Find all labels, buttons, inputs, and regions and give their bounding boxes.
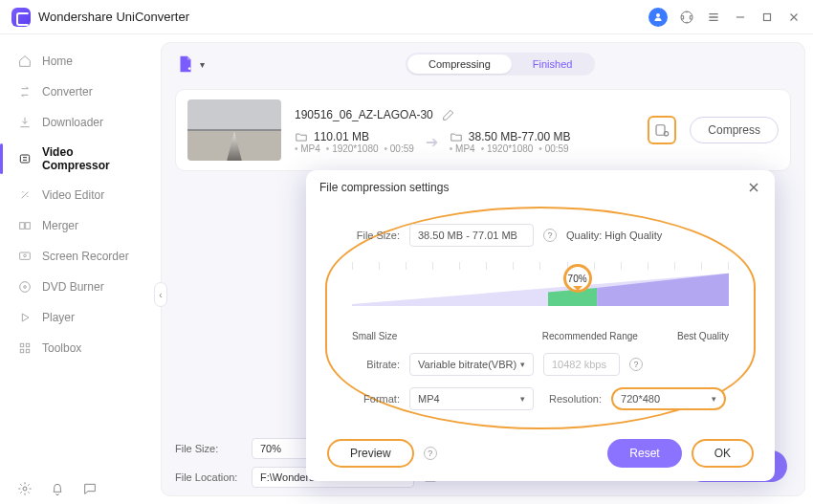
sidebar-item-label: Screen Recorder xyxy=(42,250,129,263)
add-file-icon xyxy=(175,54,196,75)
sidebar-item-label: Home xyxy=(42,55,73,68)
help-icon[interactable]: ? xyxy=(543,229,557,242)
svg-rect-11 xyxy=(20,349,23,352)
compress-button[interactable]: Compress xyxy=(690,117,779,143)
svg-rect-9 xyxy=(20,343,23,346)
folder-icon xyxy=(295,130,308,143)
settings-icon[interactable] xyxy=(17,481,33,496)
minimize-button[interactable] xyxy=(733,10,748,25)
sidebar-item-dvd-burner[interactable]: DVD Burner xyxy=(0,272,159,302)
merger-icon xyxy=(17,218,33,233)
svg-point-0 xyxy=(681,11,692,23)
bitrate-input[interactable]: 10482 kbps xyxy=(543,353,620,376)
svg-point-8 xyxy=(24,286,27,289)
file-card: 190516_06_AZ-LAGOA-30 110.01 MB MP41920*… xyxy=(175,89,791,171)
player-icon xyxy=(17,310,33,325)
target-res: 1920*1080 xyxy=(481,143,534,154)
close-icon[interactable] xyxy=(746,180,761,195)
svg-rect-5 xyxy=(20,252,31,259)
target-size: 38.50 MB-77.00 MB xyxy=(469,130,571,143)
bitrate-select[interactable]: Variable bitrate(VBR)▾ xyxy=(409,353,534,376)
notifications-icon[interactable] xyxy=(50,481,65,496)
quality-label: Quality: High Quality xyxy=(566,230,662,241)
compressor-icon xyxy=(17,151,33,166)
feedback-icon[interactable] xyxy=(82,481,98,496)
sidebar: Home Converter Downloader Video Compress… xyxy=(0,34,159,504)
sidebar-item-label: Video Editor xyxy=(42,188,104,202)
source-format: MP4 xyxy=(295,143,320,154)
source-dur: 00:59 xyxy=(385,143,414,154)
recorder-icon xyxy=(17,249,33,264)
reset-button[interactable]: Reset xyxy=(607,439,681,468)
sidebar-item-downloader[interactable]: Downloader xyxy=(0,107,159,138)
sidebar-item-label: DVD Burner xyxy=(42,280,104,294)
sidebar-item-merger[interactable]: Merger xyxy=(0,210,159,241)
sidebar-item-label: Player xyxy=(42,311,75,324)
sidebar-item-label: Merger xyxy=(42,219,78,232)
video-thumbnail[interactable] xyxy=(187,99,281,161)
sidebar-item-video-editor[interactable]: Video Editor xyxy=(0,180,159,210)
svg-point-13 xyxy=(23,487,27,491)
svg-rect-10 xyxy=(26,343,29,346)
sidebar-item-label: Downloader xyxy=(42,116,103,129)
svg-rect-2 xyxy=(20,155,29,163)
svg-point-7 xyxy=(20,282,31,293)
svg-rect-3 xyxy=(20,223,25,230)
slider-label-recommended: Recommended Range xyxy=(542,331,638,341)
format-select[interactable]: MP4▾ xyxy=(409,387,534,410)
editor-icon xyxy=(17,187,33,203)
help-icon[interactable]: ? xyxy=(424,447,437,460)
sidebar-item-converter[interactable]: Converter xyxy=(0,77,159,107)
dvd-icon xyxy=(17,279,33,295)
tab-compressing[interactable]: Compressing xyxy=(407,55,512,74)
titlebar: Wondershare UniConverter xyxy=(0,0,813,34)
file-name: 190516_06_AZ-LAGOA-30 xyxy=(295,108,433,121)
target-format: MP4 xyxy=(450,143,475,154)
size-slider[interactable]: 70% xyxy=(352,262,729,319)
chevron-down-icon: ▾ xyxy=(200,59,205,70)
ok-button[interactable]: OK xyxy=(692,439,754,468)
sidebar-item-label: Toolbox xyxy=(42,341,81,355)
sidebar-item-label: Video Compressor xyxy=(42,145,142,172)
slider-label-small: Small Size xyxy=(352,331,397,341)
resolution-select[interactable]: 720*480▾ xyxy=(611,387,726,410)
sidebar-item-player[interactable]: Player xyxy=(0,302,159,333)
filesize-field[interactable]: 38.50 MB - 77.01 MB xyxy=(409,224,534,247)
format-label: Format: xyxy=(352,393,400,405)
svg-rect-1 xyxy=(764,13,771,20)
slider-label-best: Best Quality xyxy=(677,331,729,341)
app-title: Wondershare UniConverter xyxy=(38,10,189,24)
downloader-icon xyxy=(17,115,33,130)
source-res: 1920*1080 xyxy=(326,143,379,154)
maximize-button[interactable] xyxy=(759,10,775,25)
support-icon[interactable] xyxy=(679,10,694,25)
app-logo xyxy=(11,8,31,27)
preview-button[interactable]: Preview xyxy=(327,439,414,468)
sidebar-item-toolbox[interactable]: Toolbox xyxy=(0,333,159,363)
resolution-label: Resolution: xyxy=(549,393,602,405)
source-size: 110.01 MB xyxy=(314,130,369,143)
folder-icon xyxy=(450,130,463,143)
svg-point-6 xyxy=(24,254,27,257)
edit-name-icon[interactable] xyxy=(441,107,456,122)
svg-rect-14 xyxy=(656,125,665,136)
sidebar-item-video-compressor[interactable]: Video Compressor xyxy=(0,138,159,180)
sidebar-item-label: Converter xyxy=(42,85,93,99)
add-file-button[interactable]: ▾ xyxy=(175,54,205,75)
tab-finished[interactable]: Finished xyxy=(512,55,594,74)
collapse-sidebar-handle[interactable]: ‹ xyxy=(154,282,167,307)
menu-icon[interactable] xyxy=(706,10,721,25)
home-icon xyxy=(17,54,33,69)
sidebar-item-screen-recorder[interactable]: Screen Recorder xyxy=(0,241,159,272)
slider-knob[interactable]: 70% xyxy=(563,264,592,293)
popup-title: File compression settings xyxy=(319,181,449,194)
svg-rect-12 xyxy=(26,349,29,352)
sidebar-item-home[interactable]: Home xyxy=(0,46,159,77)
help-icon[interactable]: ? xyxy=(629,358,643,371)
footer-location-label: File Location: xyxy=(175,471,242,483)
close-button[interactable] xyxy=(786,10,802,25)
converter-icon xyxy=(17,84,33,99)
target-dur: 00:59 xyxy=(538,143,568,154)
account-avatar[interactable] xyxy=(648,8,668,27)
compression-settings-button[interactable] xyxy=(648,116,676,144)
